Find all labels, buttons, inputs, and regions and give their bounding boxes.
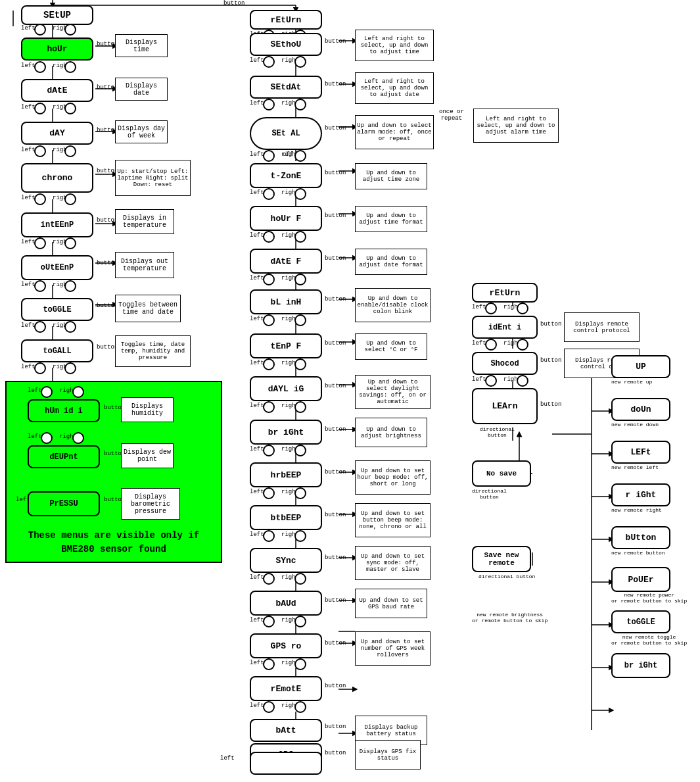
setdat-right-btn[interactable] <box>294 99 306 110</box>
datef-left-btn[interactable] <box>263 274 275 285</box>
setup-left-btn[interactable] <box>34 24 46 36</box>
sethou-right-btn[interactable] <box>294 56 306 68</box>
hourf-right-btn[interactable] <box>294 231 306 243</box>
remote-toggle-node: toGGLE <box>611 610 670 633</box>
setdat-left-label: left <box>250 100 264 107</box>
remote-toggle-r-label: new remote toggleor remote button to ski… <box>611 634 687 646</box>
outemp-right-btn[interactable] <box>64 280 76 292</box>
ident-right-btn[interactable] <box>517 339 528 351</box>
tzone-right-btn[interactable] <box>294 188 306 200</box>
shocode-left-btn[interactable] <box>485 375 497 387</box>
remote-down-node: doUn <box>611 398 670 421</box>
tempf-node: tEnP F <box>250 333 322 358</box>
learn-directional-label: directionalbutton <box>480 426 515 438</box>
date-left-btn[interactable] <box>34 103 46 114</box>
sync-node: SYnc <box>250 548 322 573</box>
baud-right-btn[interactable] <box>294 616 306 627</box>
learn-button-label: button <box>540 401 561 408</box>
datef-right-btn[interactable] <box>294 274 306 285</box>
ident-left-btn[interactable] <box>485 339 497 351</box>
togall-desc: Toggles time, date temp, humidity and pr… <box>115 335 191 367</box>
blink-left-btn[interactable] <box>263 314 275 326</box>
top-button-label: button <box>223 0 245 7</box>
daylig-desc: Up and down to select daylight savings: … <box>355 375 431 409</box>
version-node <box>250 752 322 775</box>
shocode-button-label: button <box>540 357 561 364</box>
day-left-label: left <box>21 147 35 153</box>
chrono-left-label: left <box>21 195 35 201</box>
togall-left-btn[interactable] <box>34 362 46 374</box>
setal-left-btn[interactable] <box>263 150 275 162</box>
blink-node: bL inH <box>250 289 322 314</box>
bright-button-label: button <box>325 426 346 433</box>
tzone-left-btn[interactable] <box>263 188 275 200</box>
tempf-left-label: left <box>250 360 264 366</box>
day-left-btn[interactable] <box>34 145 46 157</box>
bright-left-btn[interactable] <box>263 445 275 456</box>
outemp-left-label: left <box>21 281 35 288</box>
remote-node: rEmotE <box>250 676 322 701</box>
remote-button-label: button <box>325 683 346 689</box>
gpsro-button-label: button <box>325 640 346 647</box>
tempf-left-btn[interactable] <box>263 358 275 370</box>
intemp-left-btn[interactable] <box>34 237 46 249</box>
diagram: SEtUP left right hoUr button Displays ti… <box>0 0 700 782</box>
togall-right-btn[interactable] <box>64 362 76 374</box>
date-right-btn[interactable] <box>64 103 76 114</box>
hour-left-btn[interactable] <box>34 61 46 73</box>
setal-node: SEt AL <box>250 117 322 150</box>
bright-right-btn[interactable] <box>294 445 306 456</box>
setup-left-label: left <box>21 25 35 32</box>
chrono-left-btn[interactable] <box>34 193 46 205</box>
hrbeep-right-btn[interactable] <box>294 487 306 499</box>
btbeep-left-btn[interactable] <box>263 530 275 542</box>
toggle-left-btn[interactable] <box>34 321 46 333</box>
chrono-right-btn[interactable] <box>64 193 76 205</box>
hrbeep-left-btn[interactable] <box>263 487 275 499</box>
remote-left-r-label: new remote left <box>611 464 659 470</box>
tzone-button-label: button <box>325 170 346 176</box>
gpsro-right-btn[interactable] <box>294 658 306 670</box>
blink-right-btn[interactable] <box>294 314 306 326</box>
toggle-right-btn[interactable] <box>64 321 76 333</box>
batt-node: bAtt <box>250 719 322 742</box>
hourf-left-btn[interactable] <box>263 231 275 243</box>
daylig-right-btn[interactable] <box>294 401 306 413</box>
setal-right-btn[interactable] <box>294 150 306 162</box>
sync-left-btn[interactable] <box>263 573 275 585</box>
btbeep-right-btn[interactable] <box>294 530 306 542</box>
intemp-left-label: left <box>21 239 35 245</box>
date-left-label: left <box>21 104 35 110</box>
savenew-directional-label: directional button <box>478 574 535 579</box>
intemp-right-btn[interactable] <box>64 237 76 249</box>
sethou-left-label: left <box>250 57 264 64</box>
sethou-left-btn[interactable] <box>263 56 275 68</box>
humid-left-label: left <box>28 387 42 394</box>
tempf-right-btn[interactable] <box>294 358 306 370</box>
remote-left-btn[interactable] <box>263 701 275 713</box>
shocode-right-btn[interactable] <box>517 375 528 387</box>
hourf-desc: Up and down to adjust time format <box>355 206 427 232</box>
sethou-button-label: button <box>325 38 346 45</box>
outemp-left-btn[interactable] <box>34 280 46 292</box>
remote-right-btn[interactable] <box>294 701 306 713</box>
return2-right-btn[interactable] <box>517 303 528 314</box>
setup-right-btn[interactable] <box>64 24 76 36</box>
hour-right-btn[interactable] <box>64 61 76 73</box>
daylig-left-btn[interactable] <box>263 401 275 413</box>
gpsro-left-btn[interactable] <box>263 658 275 670</box>
daylig-left-label: left <box>250 403 264 409</box>
batt-button-label: button <box>325 723 346 730</box>
sethou-node: SEthoU <box>250 33 322 56</box>
dewpoint-desc: Displays dew point <box>121 443 174 468</box>
pressure-desc: Displays barometric pressure <box>121 488 180 520</box>
nosave-directional-label: directionalbutton <box>472 488 507 500</box>
return2-left-btn[interactable] <box>485 303 497 314</box>
setdat-left-btn[interactable] <box>263 99 275 110</box>
ident-left-label: left <box>472 340 486 347</box>
togall-left-label: left <box>21 364 35 370</box>
bright-node: br iGht <box>250 420 322 445</box>
day-right-btn[interactable] <box>64 145 76 157</box>
baud-left-btn[interactable] <box>263 616 275 627</box>
sync-right-btn[interactable] <box>294 573 306 585</box>
